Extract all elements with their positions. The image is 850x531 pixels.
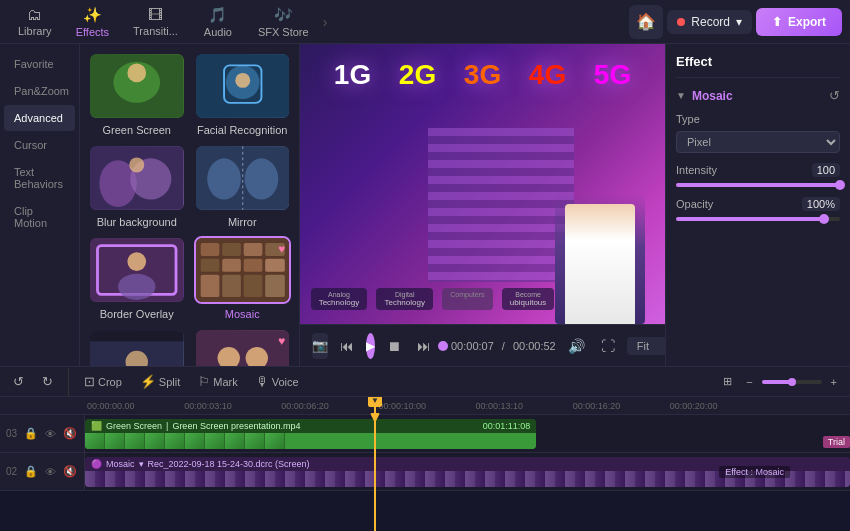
undo-button[interactable]: ↺ [8, 371, 29, 392]
gen-5g: 5G [594, 59, 631, 91]
split-label: Split [159, 376, 180, 388]
cat-clip-motion[interactable]: Clip Motion [4, 198, 75, 236]
presenter-figure [565, 204, 635, 324]
more-tabs-btn[interactable]: › [323, 14, 328, 30]
fullscreen-button[interactable]: ⛶ [597, 336, 619, 356]
voice-button[interactable]: 🎙 Voice [251, 371, 304, 392]
zoom-out-button[interactable]: − [741, 373, 757, 391]
green-screen-label: Green Screen [103, 124, 171, 136]
tab-audio[interactable]: 🎵 Audio [192, 2, 244, 42]
mark-button[interactable]: ⚐ Mark [193, 371, 242, 392]
effects-icon: ✨ [83, 6, 102, 24]
intensity-slider[interactable] [676, 183, 840, 187]
gs-frame-10 [265, 433, 285, 449]
svg-point-10 [129, 157, 144, 172]
cat-favorite[interactable]: Favorite [4, 51, 75, 77]
mosaic-label: Mosaic [225, 308, 260, 320]
mosaic-heart: ♥ [278, 242, 285, 256]
trial-badge: Trial [823, 436, 850, 448]
svg-point-13 [244, 158, 278, 199]
facial-heart: ♥ [278, 334, 285, 348]
cinema-thumb [90, 330, 184, 366]
section-title: Mosaic [692, 89, 733, 103]
svg-rect-27 [265, 259, 285, 272]
border-overlay-thumb [90, 238, 184, 302]
reset-button[interactable]: ↺ [829, 88, 840, 103]
gen-1g: 1G [334, 59, 371, 91]
playhead[interactable]: ▼ [374, 397, 376, 531]
record-button[interactable]: Record ▾ [667, 10, 752, 34]
mosaic-filename: Rec_2022-09-18 15-24-30.dcrc (Screen) [148, 459, 310, 469]
home-button[interactable]: 🏠 [629, 5, 663, 39]
effect-mosaic[interactable]: ♥ Mosaic [194, 236, 292, 320]
svg-rect-37 [196, 330, 290, 366]
cat-advanced[interactable]: Advanced [4, 105, 75, 131]
effect-border-overlay[interactable]: Border Overlay [88, 236, 186, 320]
facial-rec-label: Facial Recognition [197, 124, 288, 136]
effect-cinema-style[interactable]: Cinema style [88, 328, 186, 366]
cat-text-behaviors[interactable]: Text Behaviors [4, 159, 75, 197]
tab-transitions[interactable]: 🎞 Transiti... [123, 2, 188, 41]
cat-panzoom[interactable]: Pan&Zoom [4, 78, 75, 104]
redo-button[interactable]: ↻ [37, 371, 58, 392]
effects-content: Favorite Pan&Zoom Advanced Cursor Text B… [0, 44, 299, 366]
skip-back-button[interactable]: ⏮ [336, 336, 358, 356]
tab-sfx-label: SFX Store [258, 26, 309, 38]
gs-frame-7 [205, 433, 225, 449]
video-preview: 1G 2G 3G 4G 5G Analog [300, 44, 665, 324]
green-screen-thumb [90, 54, 184, 118]
effect-blur-bg[interactable]: Blur background [88, 144, 186, 228]
cat-cursor[interactable]: Cursor [4, 132, 75, 158]
tab-sfx[interactable]: 🎶 SFX Store [248, 2, 319, 42]
volume-button[interactable]: 🔊 [564, 336, 589, 356]
track-02-lock[interactable]: 🔒 [24, 464, 39, 480]
gs-frame-4 [145, 433, 165, 449]
track-03-lock[interactable]: 🔒 [24, 426, 39, 442]
gen-4g: 4G [529, 59, 566, 91]
stop-button[interactable]: ⏹ [383, 336, 405, 356]
mosaic-thumb [196, 238, 290, 302]
playback-bar: 📷 ⏮ ▶ ⏹ ⏭ 00:00:07 / 00:00:52 🔊 ⛶ Fit Fi… [300, 324, 665, 366]
top-bar: 🗂 Library ✨ Effects 🎞 Transiti... 🎵 Audi… [0, 0, 850, 44]
zoom-in-button[interactable]: + [826, 373, 842, 391]
voice-icon: 🎙 [256, 374, 269, 389]
intensity-value: 100 [812, 163, 840, 177]
track-03-num: 03 [6, 428, 20, 439]
ruler-4: 00:00:13:10 [474, 401, 571, 411]
effect-mirror[interactable]: Mirror [194, 144, 292, 228]
zoom-slider[interactable] [762, 380, 822, 384]
gen-2g: 2G [399, 59, 436, 91]
effect-facial-rec[interactable]: Facial Recognition [194, 52, 292, 136]
opacity-thumb [819, 214, 829, 224]
fit-select[interactable]: Fit Fill 100% [627, 337, 665, 355]
fit-timeline-button[interactable]: ⊞ [718, 372, 737, 391]
export-button[interactable]: ⬆ Export [756, 8, 842, 36]
crop-button[interactable]: ⊡ Crop [79, 371, 127, 392]
tab-effects[interactable]: ✨ Effects [66, 2, 119, 42]
voice-label: Voice [272, 376, 299, 388]
opacity-slider[interactable] [676, 217, 840, 221]
gs-clip[interactable]: 🟩 Green Screen | Green Screen presentati… [85, 419, 536, 449]
tab-library[interactable]: 🗂 Library [8, 2, 62, 41]
skip-forward-button[interactable]: ⏭ [413, 336, 435, 356]
effect-facial[interactable]: ♥ Facial [194, 328, 292, 366]
effect-green-screen[interactable]: Green Screen [88, 52, 186, 136]
screenshot-button[interactable]: 📷 [312, 333, 328, 359]
intensity-fill [676, 183, 840, 187]
gs-frames [85, 433, 536, 449]
play-button[interactable]: ▶ [366, 333, 375, 359]
track-02-num: 02 [6, 466, 20, 477]
svg-rect-26 [243, 259, 262, 272]
type-select[interactable]: Pixel Square Triangle [676, 131, 840, 153]
mosaic-chevron: ▾ [139, 459, 144, 469]
track-03-eye[interactable]: 👁 [43, 426, 58, 442]
track-03-mute[interactable]: 🔇 [63, 426, 78, 442]
split-button[interactable]: ⚡ Split [135, 371, 185, 392]
svg-rect-24 [200, 259, 219, 272]
track-02-content: 🟣 Mosaic ▾ Rec_2022-09-18 15-24-30.dcrc … [85, 453, 850, 490]
track-02-eye[interactable]: 👁 [43, 464, 58, 480]
track-row-03: 03 🔒 👁 🔇 🟩 Green Screen | Green Screen p… [0, 415, 850, 453]
svg-point-17 [127, 252, 146, 271]
ruler-6: 00:00:20:00 [668, 401, 765, 411]
track-02-mute[interactable]: 🔇 [63, 464, 78, 480]
